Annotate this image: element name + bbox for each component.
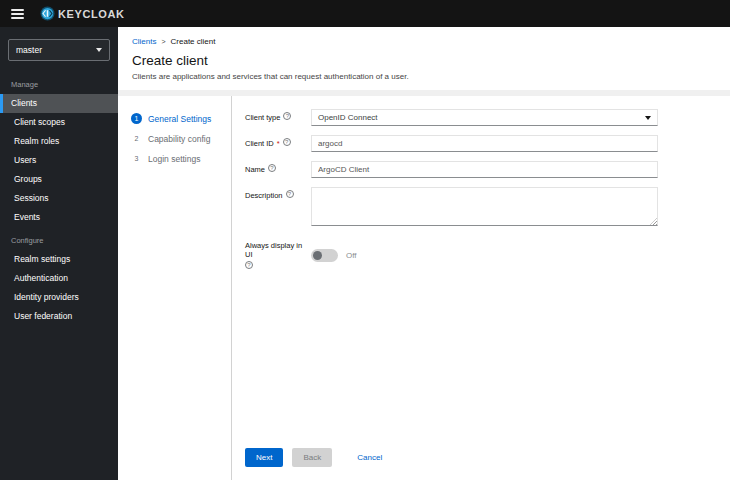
required-asterisk: * xyxy=(277,139,280,148)
toggle-state-text: Off xyxy=(346,251,357,260)
client-type-label: Client type ? xyxy=(245,109,311,126)
sidebar-item-groups[interactable]: Groups xyxy=(0,170,118,189)
description-row: Description ? xyxy=(245,187,658,226)
name-row: Name ? xyxy=(245,161,658,178)
keycloak-logo[interactable]: KEYCLOAK xyxy=(40,6,125,21)
step-label: General Settings xyxy=(148,114,211,124)
help-icon[interactable]: ? xyxy=(286,190,294,198)
breadcrumb-separator: > xyxy=(161,38,165,45)
client-id-label: Client ID * ? xyxy=(245,135,311,152)
page-subtitle: Clients are applications and services th… xyxy=(132,72,716,81)
sidebar-item-user-federation[interactable]: User federation xyxy=(0,307,118,326)
name-label: Name ? xyxy=(245,161,311,178)
main-content: Clients > Create client Create client Cl… xyxy=(118,27,730,480)
wizard-step-capability-config[interactable]: 2 Capability config xyxy=(131,133,231,144)
nav-section-configure: Configure xyxy=(0,227,118,250)
toggle-knob xyxy=(313,251,322,260)
chevron-down-icon xyxy=(96,48,102,52)
step-label: Capability config xyxy=(148,134,210,144)
cancel-button[interactable]: Cancel xyxy=(346,448,393,467)
wizard-footer: Next Back Cancel xyxy=(245,448,393,467)
sidebar-item-authentication[interactable]: Authentication xyxy=(0,269,118,288)
top-bar: KEYCLOAK xyxy=(0,0,730,27)
wizard-form: Client type ? OpenID Connect Client ID *… xyxy=(232,96,730,480)
always-display-toggle[interactable] xyxy=(311,249,338,262)
help-icon[interactable]: ? xyxy=(268,164,276,172)
description-label: Description ? xyxy=(245,187,311,226)
sidebar-item-users[interactable]: Users xyxy=(0,151,118,170)
sidebar-item-realm-roles[interactable]: Realm roles xyxy=(0,132,118,151)
nav-section-manage: Manage xyxy=(0,71,118,94)
help-icon[interactable]: ? xyxy=(283,138,291,146)
page-title: Create client xyxy=(132,53,716,68)
realm-selector-value: master xyxy=(16,45,42,55)
breadcrumb-clients-link[interactable]: Clients xyxy=(132,37,156,46)
chevron-down-icon xyxy=(645,116,651,120)
back-button[interactable]: Back xyxy=(292,448,332,467)
client-type-value: OpenID Connect xyxy=(318,113,378,122)
always-display-label: Always display in UI ? xyxy=(245,241,311,269)
sidebar: master Manage Clients Client scopes Real… xyxy=(0,27,118,480)
keycloak-logo-icon xyxy=(40,6,55,21)
description-textarea[interactable] xyxy=(311,187,658,226)
create-client-wizard: 1 General Settings 2 Capability config 3… xyxy=(118,96,730,480)
brand-text: KEYCLOAK xyxy=(58,8,125,20)
hamburger-menu-icon[interactable] xyxy=(11,9,24,19)
client-type-select[interactable]: OpenID Connect xyxy=(311,109,658,126)
wizard-steps-nav: 1 General Settings 2 Capability config 3… xyxy=(118,96,232,480)
step-label: Login settings xyxy=(148,154,200,164)
breadcrumb-current: Create client xyxy=(171,37,216,46)
sidebar-item-identity-providers[interactable]: Identity providers xyxy=(0,288,118,307)
client-type-row: Client type ? OpenID Connect xyxy=(245,109,658,126)
breadcrumb: Clients > Create client xyxy=(132,37,716,46)
wizard-step-general-settings[interactable]: 1 General Settings xyxy=(131,113,231,124)
step-number: 2 xyxy=(131,133,142,144)
help-icon[interactable]: ? xyxy=(283,112,291,120)
sidebar-item-events[interactable]: Events xyxy=(0,208,118,227)
next-button[interactable]: Next xyxy=(245,448,283,467)
step-number: 3 xyxy=(131,153,142,164)
always-display-row: Always display in UI ? Off xyxy=(245,241,658,269)
step-number: 1 xyxy=(131,113,142,124)
name-input[interactable] xyxy=(311,161,658,178)
sidebar-item-clients[interactable]: Clients xyxy=(0,94,118,113)
wizard-step-login-settings[interactable]: 3 Login settings xyxy=(131,153,231,164)
client-id-input[interactable] xyxy=(311,135,658,152)
help-icon[interactable]: ? xyxy=(245,261,253,269)
sidebar-item-sessions[interactable]: Sessions xyxy=(0,189,118,208)
page-header: Clients > Create client Create client Cl… xyxy=(118,27,730,90)
sidebar-item-realm-settings[interactable]: Realm settings xyxy=(0,250,118,269)
realm-selector[interactable]: master xyxy=(8,39,110,61)
sidebar-item-client-scopes[interactable]: Client scopes xyxy=(0,113,118,132)
client-id-row: Client ID * ? xyxy=(245,135,658,152)
